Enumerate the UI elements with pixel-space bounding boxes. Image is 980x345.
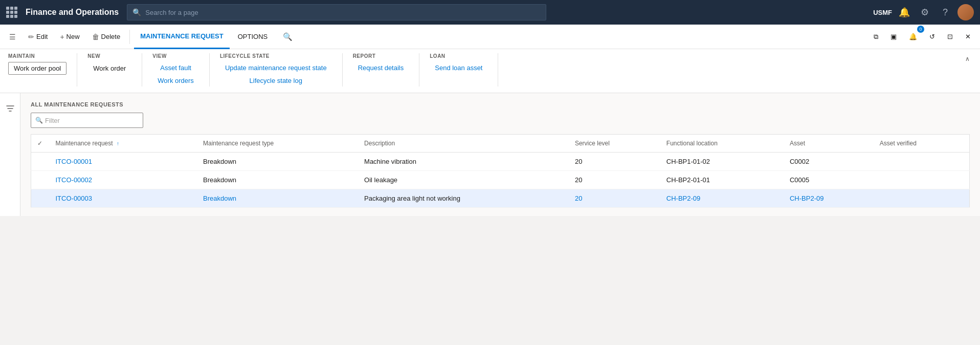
bell-button[interactable]: 🔔 — [896, 4, 912, 20]
app-grid-icon[interactable] — [6, 7, 17, 18]
delete-icon: 🗑 — [92, 33, 99, 41]
ribbon-group-new-label: NEW — [87, 53, 131, 59]
notification-count: 0 — [917, 26, 924, 33]
row-asset-cell: C0002 — [784, 153, 874, 171]
command-bar: ☰ ✏ Edit + New 🗑 Delete MAINTENANCE REQU… — [0, 25, 980, 49]
row-request-cell[interactable]: ITCO-00003 — [50, 189, 197, 208]
ribbon-loan-items: Send loan asset — [430, 62, 487, 74]
ribbon-group-loan: LOAN Send loan asset — [430, 53, 498, 87]
table-header-row: ✓ Maintenance request ↑ Maintenance requ… — [31, 135, 970, 153]
notification-badge-wrapper: 🔔 0 — [904, 28, 922, 46]
filter-icon: 🔍 — [35, 117, 43, 124]
connect-icon: ⧉ — [874, 33, 878, 41]
ribbon-group-lifecycle: LIFECYCLE STATE Update maintenance reque… — [220, 53, 343, 87]
row-request-cell[interactable]: ITCO-00001 — [50, 153, 197, 171]
ribbon-group-maintain: MAINTAIN Work order pool — [8, 53, 77, 87]
ribbon-maintain-items: Work order pool — [8, 62, 66, 75]
row-asset-verified-cell — [874, 171, 970, 189]
row-type-cell: Breakdown — [197, 153, 358, 171]
popout-button[interactable]: ⊡ — [942, 28, 958, 46]
row-type-cell: Breakdown — [197, 189, 358, 208]
notification-button[interactable]: 🔔 0 — [904, 28, 922, 46]
close-button[interactable]: ✕ — [960, 28, 976, 46]
col-check: ✓ — [31, 135, 50, 153]
work-orders-button[interactable]: Work orders — [152, 75, 199, 87]
close-icon: ✕ — [965, 33, 971, 40]
notification-icon: 🔔 — [909, 33, 917, 40]
row-request-cell[interactable]: ITCO-00002 — [50, 171, 197, 189]
content-area: ALL MAINTENANCE REQUESTS 🔍 ✓ Maintenance… — [20, 93, 980, 216]
top-navigation: Finance and Operations 🔍 USMF 🔔 ⚙ ? — [0, 0, 980, 25]
avatar[interactable] — [957, 4, 974, 20]
ribbon-new-items: Work order — [87, 62, 131, 75]
ribbon-report-items: Request details — [353, 62, 409, 74]
settings-button[interactable]: ⚙ — [917, 4, 933, 20]
refresh-button[interactable]: ↺ — [924, 28, 940, 46]
search-box[interactable]: 🔍 — [127, 4, 546, 20]
delete-button[interactable]: 🗑 Delete — [87, 28, 126, 46]
maintenance-requests-table: ✓ Maintenance request ↑ Maintenance requ… — [31, 134, 970, 208]
tab-maintenance-request[interactable]: MAINTENANCE REQUEST — [134, 25, 230, 49]
tab-options[interactable]: OPTIONS — [232, 25, 274, 49]
row-check-cell — [31, 153, 50, 171]
row-description-cell: Machine vibration — [358, 153, 569, 171]
page-layout: ALL MAINTENANCE REQUESTS 🔍 ✓ Maintenance… — [0, 93, 980, 216]
ribbon-collapse-button[interactable]: ∧ — [963, 53, 972, 64]
edit-button[interactable]: ✏ Edit — [23, 28, 53, 46]
col-asset: Asset — [784, 135, 874, 153]
table-row[interactable]: ITCO-00003 Breakdown Packaging area ligh… — [31, 189, 970, 208]
filter-bar: 🔍 — [31, 113, 970, 128]
new-button[interactable]: + New — [55, 28, 84, 46]
hamburger-icon: ☰ — [9, 33, 16, 41]
row-asset-verified-cell — [874, 153, 970, 171]
app-title: Finance and Operations — [26, 8, 119, 17]
search-input[interactable] — [145, 9, 541, 16]
asset-fault-button[interactable]: Asset fault — [152, 62, 199, 74]
col-service-level: Service level — [569, 135, 660, 153]
ribbon-group-loan-label: LOAN — [430, 53, 487, 59]
row-asset-cell: C0005 — [784, 171, 874, 189]
request-details-button[interactable]: Request details — [353, 62, 409, 74]
request-link[interactable]: ITCO-00001 — [56, 158, 93, 165]
connect-button[interactable]: ⧉ — [868, 28, 883, 46]
ribbon-group-report: REPORT Request details — [353, 53, 420, 87]
office-icon: ▣ — [890, 33, 897, 40]
table-row[interactable]: ITCO-00001 Breakdown Machine vibration 2… — [31, 153, 970, 171]
col-asset-verified: Asset verified — [874, 135, 970, 153]
table-row[interactable]: ITCO-00002 Breakdown Oil leakage 20 CH-B… — [31, 171, 970, 189]
edit-icon: ✏ — [28, 33, 34, 41]
request-link[interactable]: ITCO-00003 — [56, 195, 93, 202]
sort-arrow: ↑ — [117, 141, 119, 146]
refresh-icon: ↺ — [929, 33, 935, 40]
send-loan-button[interactable]: Send loan asset — [430, 62, 487, 74]
col-type: Maintenance request type — [197, 135, 358, 153]
work-order-new-button[interactable]: Work order — [87, 62, 131, 75]
request-link[interactable]: ITCO-00002 — [56, 176, 93, 184]
filter-sidebar-icon[interactable] — [1, 99, 19, 118]
command-search-icon[interactable]: 🔍 — [280, 29, 296, 45]
col-request[interactable]: Maintenance request ↑ — [50, 135, 197, 153]
help-button[interactable]: ? — [937, 4, 953, 20]
filter-input[interactable] — [45, 117, 139, 124]
office-button[interactable]: ▣ — [885, 28, 902, 46]
row-service-level-cell: 20 — [569, 171, 660, 189]
search-icon: 🔍 — [132, 8, 141, 16]
sidebar-toggle-button[interactable]: ☰ — [4, 28, 21, 46]
company-label: USMF — [873, 9, 892, 16]
ribbon-group-view: VIEW Asset fault Work orders — [152, 53, 210, 87]
row-type-cell: Breakdown — [197, 171, 358, 189]
section-title: ALL MAINTENANCE REQUESTS — [31, 101, 970, 107]
row-description-cell: Oil leakage — [358, 171, 569, 189]
filter-input-wrapper[interactable]: 🔍 — [31, 113, 143, 128]
lifecycle-log-button[interactable]: Lifecycle state log — [220, 75, 332, 87]
plus-icon: + — [60, 33, 64, 41]
row-check-cell — [31, 171, 50, 189]
row-description-cell: Packaging area light not working — [358, 189, 569, 208]
ribbon-group-new: NEW Work order — [87, 53, 142, 87]
work-order-pool-button[interactable]: Work order pool — [8, 62, 66, 75]
ribbon-group-maintain-label: MAINTAIN — [8, 53, 66, 59]
update-state-button[interactable]: Update maintenance request state — [220, 62, 332, 74]
check-mark: ✓ — [37, 140, 42, 147]
nav-right: USMF 🔔 ⚙ ? — [873, 4, 974, 20]
ribbon-group-lifecycle-label: LIFECYCLE STATE — [220, 53, 332, 59]
